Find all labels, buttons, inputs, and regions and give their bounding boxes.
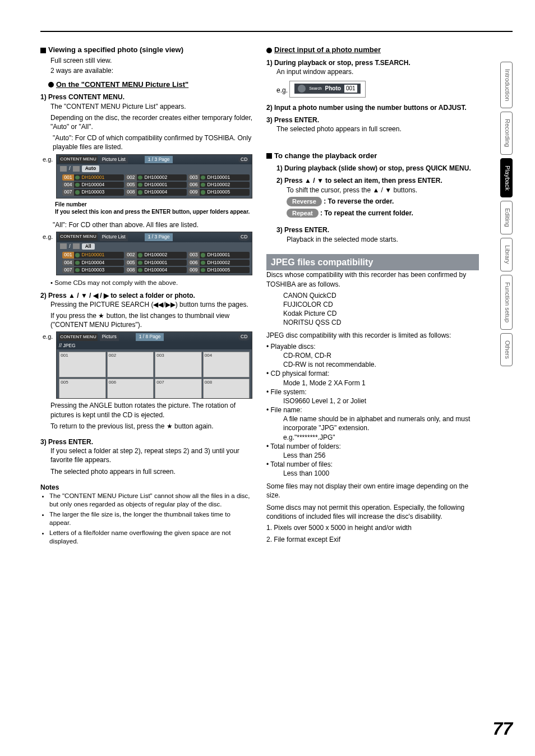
pic-cell: 001DH100001	[62, 174, 124, 181]
jpeg-item-body: A file name should be in alphabet and nu…	[283, 414, 479, 432]
ostep3-title: 3) Press ENTER.	[276, 225, 479, 234]
jpeg-disc: FUJICOLOR CD	[283, 300, 479, 309]
heading-direct-text: Direct input of a photo number	[274, 45, 381, 54]
folder-up-icon	[60, 166, 67, 172]
step1-body: The "CONTENT MENU Picture List" appears.…	[50, 102, 253, 152]
dstep1-body: An input window appears.	[276, 67, 479, 76]
jpeg-c2: 2. File format except Exif	[266, 535, 479, 544]
pic-cell: 005DH100001	[125, 260, 187, 266]
jpeg-item-body: ISO9660 Level 1, 2 or Joliet	[283, 397, 479, 405]
thumbnail: 007	[155, 379, 202, 399]
step1-all: "All": For CD other than above. All file…	[53, 220, 253, 229]
heading-order: To change the playback order	[266, 151, 479, 161]
jpeg-disc: CANON QuickCD	[283, 291, 479, 300]
repeat-row: Repeat : To repeat the current folder.	[287, 209, 479, 218]
jpeg-c1: 1. Pixels over 5000 x 5000 in height and…	[266, 523, 479, 532]
pic-cell: 007DH100003	[62, 267, 124, 273]
cd-badge: CD	[238, 156, 250, 163]
corner-label2: CONTENT MENU	[59, 233, 97, 241]
jpeg-item-head: • CD physical format:	[266, 369, 479, 378]
step2-p4: To return to the previous list, press th…	[50, 422, 253, 431]
side-tab[interactable]: Editing	[500, 201, 513, 234]
pic-cell: 009DH100005	[188, 189, 250, 195]
pic-head-auto: CONTENT MENU Picture List 1 / 3 Page CD	[57, 155, 252, 164]
step2-title: 2) Press ▲ / ▼ / ◀ / ▶ to select a folde…	[40, 291, 253, 300]
jpeg-p1: Discs whose compatibility with this reco…	[266, 270, 479, 288]
heading-view: Viewing a specified photo (single view)	[40, 45, 253, 55]
left-column: Viewing a specified photo (single view) …	[40, 45, 253, 547]
heading-direct: Direct input of a photo number	[266, 45, 479, 55]
jpeg-item-head: • Playable discs:	[266, 342, 479, 351]
step1-p2: Depending on the disc, the recorder crea…	[50, 113, 253, 131]
jpeg-heading: JPEG files compatibility	[266, 254, 479, 271]
thumb-title: Picturs	[100, 333, 119, 340]
ostep3-p: Playback in the selected mode starts.	[287, 235, 479, 244]
thumb-list: CONTENT MENU Picturs 1 / 8 Page CD // JP…	[56, 331, 252, 399]
pic-cell: 006DH100002	[188, 182, 250, 188]
thumbnail: 004	[203, 352, 250, 377]
side-tab[interactable]: Function setup	[500, 275, 513, 330]
pic-sub-auto: / Auto	[57, 164, 252, 173]
ostep2-p: To shift the cursor, press the ▲ / ▼ but…	[287, 186, 479, 195]
pic-title: Picture List	[100, 156, 128, 163]
folder-icon	[73, 166, 80, 172]
step1-p1: The "CONTENT MENU Picture List" appears.	[50, 102, 253, 111]
step2-p3: Pressing the ANGLE button rotates the pi…	[50, 401, 253, 419]
step3-title: 3) Press ENTER.	[40, 437, 253, 446]
pic-cell: 007DH100003	[62, 189, 124, 195]
step1-auto: "Auto": For CD of which compatibility co…	[53, 133, 253, 151]
pic-sub-all: / All	[57, 242, 252, 251]
jpeg-disc-list: CANON QuickCDFUJICOLOR CDKodak Picture C…	[283, 291, 479, 328]
side-tab[interactable]: Others	[500, 333, 513, 366]
content-area: Viewing a specified photo (single view) …	[40, 45, 479, 547]
view-sub1: Full screen still view.	[50, 56, 253, 65]
jpeg-item-head: • File system:	[266, 388, 479, 397]
pic-cell: 005DH100001	[125, 182, 187, 188]
bullet-icon2	[266, 48, 272, 53]
photo-label: Photo	[325, 85, 341, 93]
pic-cell: 008DH100004	[125, 267, 187, 273]
pic-page: 1 / 3 Page	[145, 156, 173, 163]
pic-cell: 006DH100002	[188, 260, 250, 266]
pic-grid-auto: 001DH100001002DH100002003DH100001004DH10…	[57, 173, 252, 198]
pic-cell: 004DH100004	[62, 182, 124, 188]
reverse-desc: : To reverse the order.	[324, 197, 394, 205]
thumbnail: 003	[155, 352, 202, 377]
jpeg-item-body: Less than 1000	[283, 469, 479, 478]
search-inner: Search Photo 001	[294, 84, 360, 94]
dstep2-title: 2) Input a photo number using the number…	[266, 103, 479, 112]
thumbnail: 005	[59, 379, 106, 399]
file-number-label: File number	[55, 201, 253, 209]
right-column: Direct input of a photo number 1) During…	[266, 45, 479, 547]
pic-cell: 001DH100001	[62, 252, 124, 258]
thumbnail: 001	[59, 352, 106, 377]
eg-all-row: e.g. CONTENT MENU Picture List 1 / 3 Pag…	[43, 232, 253, 275]
thumb-head: CONTENT MENU Picturs 1 / 8 Page CD	[57, 332, 252, 342]
side-tabs: IntroductionRecordingPlaybackEditingLibr…	[500, 62, 513, 366]
note-item: The "CONTENT MENU Picture List" cannot s…	[49, 492, 253, 509]
corner-label: CONTENT MENU	[59, 156, 97, 163]
pic-cell: 002DH100002	[125, 252, 187, 258]
square-bullet-icon2	[266, 153, 272, 159]
caption-note: If you select this icon and press the EN…	[55, 208, 253, 216]
dstep1-p: An input window appears.	[276, 67, 479, 76]
jpeg-p3: Some files may not display their own ent…	[266, 482, 479, 500]
picture-list-auto: CONTENT MENU Picture List 1 / 3 Page CD …	[56, 154, 252, 199]
side-tab[interactable]: Recording	[500, 112, 513, 154]
eg-thumb-row: e.g. CONTENT MENU Picturs 1 / 8 Page CD …	[43, 331, 253, 399]
side-tab[interactable]: Playback	[500, 158, 513, 198]
pic-cell: 003DH100001	[188, 174, 250, 181]
caption-auto: File number If you select this icon and …	[55, 201, 253, 216]
jpeg-item-body: e.g."********.JPG"	[283, 433, 479, 442]
corner-label3: CONTENT MENU	[59, 334, 97, 341]
notes-heading: Notes	[40, 483, 253, 492]
side-tab[interactable]: Library	[500, 238, 513, 271]
search-window: Search Photo 001	[289, 81, 365, 98]
search-small: Search	[309, 86, 321, 91]
jpeg-disc: NORITSU QSS CD	[283, 318, 479, 327]
reverse-row: Reverse : To reverse the order.	[287, 197, 479, 206]
pic-cell: 002DH100002	[125, 174, 187, 181]
eg-label3: e.g.	[43, 331, 53, 341]
side-tab[interactable]: Introduction	[500, 62, 513, 108]
eg-auto-row: e.g. CONTENT MENU Picture List 1 / 3 Pag…	[43, 154, 253, 199]
